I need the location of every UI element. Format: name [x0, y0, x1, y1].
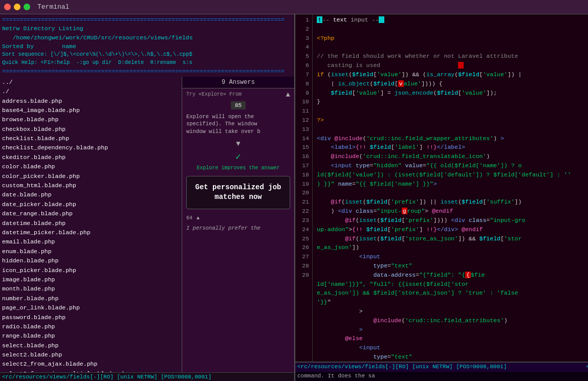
answers-count: 9 Answers [222, 79, 255, 86]
main-area: ========================================… [0, 14, 588, 381]
minimize-button[interactable] [14, 4, 20, 10]
code-content[interactable]: !-- text input -- <?php // the field sho… [313, 14, 588, 362]
explore-improve-text: Explore improves the answer [182, 164, 294, 172]
cmd-left-text: command. It does the sa [297, 373, 375, 379]
vote-number-2: ▲ [197, 215, 200, 221]
answers-header: 9 Answers [182, 77, 294, 88]
titlebar: Terminal [0, 0, 588, 14]
header-line-2: Netrw Directory Listing [2, 24, 292, 33]
header-line-4: Sorted by name [2, 42, 292, 51]
header-line-5: Sort sequence: [\/]$,\<core\%(\.\d\+\)\=… [2, 51, 292, 59]
close-button[interactable] [4, 4, 11, 10]
answer-vote-area: 64 ▲ [182, 213, 294, 223]
netrw-header: ========================================… [0, 14, 294, 77]
scroll-arrows[interactable]: ▲ [286, 91, 290, 99]
cmd-left: command. It does the sa [297, 373, 586, 380]
left-pane: ========================================… [0, 14, 294, 381]
file-list-container: ../ ./ address.blade.php base64_image.bl… [0, 77, 294, 372]
header-line-6: Quick Help: <F1>:help -:go up dir D:dele… [2, 59, 292, 67]
line-numbers: 1234 5678 9101112 13141516 17181920 2122… [295, 14, 313, 362]
header-line-1: ========================================… [2, 15, 292, 24]
command-line: command. It does the sa window for you, … [295, 372, 588, 381]
status-left-text: <rc/resources/views/fields[-][RO] [unix … [297, 364, 507, 370]
answers-panel: 9 Answers Try «Explore» From ▲ [182, 77, 294, 372]
answer-number: 85 [231, 101, 246, 109]
status-bars: <rc/resources/views/fields[-][RO] [unix … [295, 362, 588, 372]
checkmark-icon: ✓ [235, 152, 241, 162]
status-bar-left: <rc/resources/views/fields[-][RO] [unix … [0, 372, 294, 381]
header-line-3: /home/zhongwei/work/CRUD/src/resources/v… [2, 33, 292, 42]
vote-number: 64 [186, 215, 192, 221]
right-pane: 1234 5678 9101112 13141516 17181920 2122… [295, 14, 588, 381]
window-title: Terminal [37, 3, 69, 11]
checkmark-area: ✓ [182, 149, 294, 164]
code-editor[interactable]: 1234 5678 9101112 13141516 17181920 2122… [295, 14, 588, 362]
status-text-left: <rc/resources/views/fields[-][RO] [unix … [2, 374, 211, 380]
status-bar-bottom-left: <rc/resources/views/fields[-][RO] [unix … [295, 362, 584, 372]
job-matches-box[interactable]: Get personalized job matches now [186, 176, 290, 209]
status-right-text: <ews/fields/address.blade.php [unix utf-… [586, 364, 588, 370]
status-bar-bottom-right: <ews/fields/address.blade.php [unix utf-… [584, 362, 588, 372]
prefer-text: I personally prefer the [182, 223, 294, 233]
scroll-down-area[interactable]: ▼ [182, 139, 294, 149]
answer-number-badge: 85 [182, 101, 294, 110]
scroll-down-arrow[interactable]: ▼ [236, 140, 240, 148]
maximize-button[interactable] [24, 4, 30, 10]
scroll-up-arrow[interactable]: ▲ [286, 91, 290, 99]
scroll-controls-top: Try «Explore» From ▲ [182, 88, 294, 101]
header-line-7: ========================================… [2, 67, 292, 76]
job-matches-text: Get personalized job matches now [195, 183, 281, 201]
explore-description: Explore will open thespecified). The win… [182, 110, 294, 139]
try-explore-label: Try «Explore» From [186, 92, 242, 97]
window: Terminal ===============================… [0, 0, 588, 381]
prefer-text-content: I personally prefer the [186, 225, 260, 231]
